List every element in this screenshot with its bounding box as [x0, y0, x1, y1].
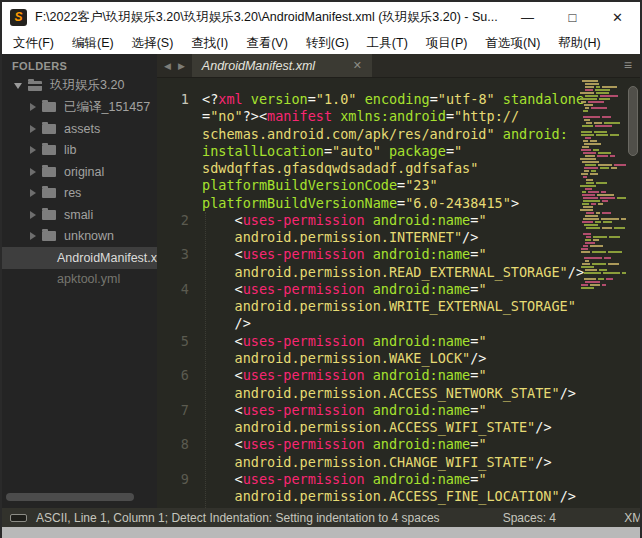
menubar: 文件(F)编辑(E)选择(S)查找(I)查看(V)转到(G)工具(T)项目(P)…	[2, 32, 640, 54]
chevron-right-icon[interactable]	[30, 211, 36, 219]
chevron-down-icon[interactable]	[14, 83, 22, 89]
sublime-text-icon[interactable]: S	[10, 9, 27, 26]
code-line-row[interactable]: <uses-permission android:name="	[202, 436, 640, 453]
code-line-row[interactable]: />	[202, 315, 640, 332]
code-line-row[interactable]: <uses-permission android:name="	[202, 471, 640, 488]
menu-item-0[interactable]: 文件(F)	[4, 35, 63, 52]
chevron-right-icon[interactable]	[30, 168, 36, 176]
sidebar-item-lib[interactable]: lib	[2, 140, 157, 162]
code-line-row[interactable]: <uses-permission android:name="	[202, 402, 640, 419]
code-line-row[interactable]: <uses-permission android:name="	[202, 367, 640, 384]
line-number	[157, 298, 189, 315]
sidebar-item-apktool.yml[interactable]: apktool.yml	[2, 269, 157, 291]
menu-item-1[interactable]: 编辑(E)	[63, 35, 123, 52]
code-line-row[interactable]: ="no"?><manifest xmlns:android="http://	[202, 108, 640, 125]
line-number	[157, 126, 189, 143]
code-line-row[interactable]: android.permission.INTERNET"/>	[202, 229, 640, 246]
chevron-right-icon[interactable]	[30, 146, 36, 154]
sidebar-item-res[interactable]: res	[2, 183, 157, 205]
code-line-row[interactable]: android.permission.ACCESS_NETWORK_STATE"…	[202, 385, 640, 402]
line-number: 2	[157, 212, 189, 229]
code-line-row[interactable]: sdwdqffas.gfasdqwdsadadf.gdfsafas"	[202, 160, 640, 177]
code-line-row[interactable]: platformBuildVersionCode="23"	[202, 177, 640, 194]
maximize-button[interactable]: □	[550, 2, 595, 32]
code-area: 123456789 <?xml version="1.0" encoding="…	[157, 78, 640, 505]
line-number	[157, 229, 189, 246]
chevron-right-icon[interactable]	[30, 125, 36, 133]
menu-item-6[interactable]: 工具(T)	[358, 35, 417, 52]
code-line-row[interactable]: <?xml version="1.0" encoding="utf-8" sta…	[202, 91, 640, 108]
status-syntax[interactable]: XML	[624, 511, 640, 525]
code-line-row[interactable]: <uses-permission android:name="	[202, 212, 640, 229]
code-line-row[interactable]: android.permission.WRITE_EXTERNAL_STORAG…	[202, 298, 640, 315]
line-number: 1	[157, 91, 189, 108]
folder-icon	[42, 145, 56, 155]
sidebar-item-label: 玖玥娱乐3.20	[50, 77, 124, 94]
code-line-row[interactable]: android.permission.CHANGE_WIFI_STATE"/>	[202, 454, 640, 471]
titlebar: S F:\2022客户\玖玥娱乐3.20\玖玥娱乐3.20\AndroidMan…	[2, 2, 640, 32]
sidebar-item-original[interactable]: original	[2, 161, 157, 183]
code-line-row[interactable]: <uses-permission android:name="	[202, 246, 640, 263]
status-indentation[interactable]: Spaces: 4	[503, 511, 556, 525]
sidebar-item-已编译_151457[interactable]: 已编译_151457	[2, 97, 157, 119]
sidebar-item-smali[interactable]: smali	[2, 204, 157, 226]
line-number	[157, 488, 189, 505]
code-line-row[interactable]: android.permission.READ_EXTERNAL_STORAGE…	[202, 264, 640, 281]
sidebar-item-assets[interactable]: assets	[2, 118, 157, 140]
sidebar-item-label: unknown	[64, 229, 114, 243]
sidebar-item-玖玥娱乐3.20[interactable]: 玖玥娱乐3.20	[2, 75, 157, 97]
folder-icon	[28, 81, 42, 91]
line-number: 8	[157, 436, 189, 453]
line-number	[157, 315, 189, 332]
menu-item-5[interactable]: 转到(G)	[297, 35, 358, 52]
tab-androidmanifest[interactable]: AndroidManifest.xml ✕	[192, 54, 372, 77]
window-controls: — □ ✕	[505, 2, 640, 32]
chevron-right-icon[interactable]	[30, 103, 36, 111]
code-line-row[interactable]: android.permission.WAKE_LOCK"/>	[202, 350, 640, 367]
sidebar-item-unknown[interactable]: unknown	[2, 226, 157, 248]
tabs-overflow-icon[interactable]: ≡	[624, 57, 632, 73]
line-number	[157, 350, 189, 367]
line-number	[157, 108, 189, 125]
minimize-button[interactable]: —	[505, 2, 550, 32]
sidebar-item-label: AndroidManifest.xml	[57, 251, 157, 265]
menu-item-9[interactable]: 帮助(H)	[549, 35, 609, 52]
line-number: 3	[157, 246, 189, 263]
line-number: 5	[157, 333, 189, 350]
code-editor[interactable]: 123456789 <?xml version="1.0" encoding="…	[157, 78, 640, 508]
minimap[interactable]	[580, 80, 626, 296]
menu-item-2[interactable]: 选择(S)	[123, 35, 183, 52]
line-number	[157, 264, 189, 281]
tab-nav: ◀ ▶	[157, 54, 192, 77]
code-line-row[interactable]: installLocation="auto" package="	[202, 143, 640, 160]
chevron-right-icon[interactable]	[30, 189, 36, 197]
sidebar-horizontal-scrollbar[interactable]	[6, 493, 134, 501]
menu-item-7[interactable]: 项目(P)	[417, 35, 477, 52]
editor-column: ◀ ▶ AndroidManifest.xml ✕ ≡ 123456789 <?…	[157, 54, 640, 508]
code-line-row[interactable]: schemas.android.com/apk/res/android" and…	[202, 126, 640, 143]
tab-close-icon[interactable]: ✕	[353, 59, 362, 72]
tab-forward-icon[interactable]: ▶	[178, 61, 185, 71]
code-line-row[interactable]: <uses-permission android:name="	[202, 281, 640, 298]
main-area: FOLDERS 玖玥娱乐3.20已编译_151457assetsliborigi…	[2, 54, 640, 508]
tab-back-icon[interactable]: ◀	[164, 61, 171, 71]
sidebar-item-label: lib	[64, 143, 77, 157]
line-number	[157, 419, 189, 436]
line-number: 6	[157, 367, 189, 384]
chevron-right-icon[interactable]	[30, 232, 36, 240]
folder-icon	[42, 124, 56, 134]
code-line-row[interactable]: <uses-permission android:name="	[202, 333, 640, 350]
sidebar-item-AndroidManifest.xml[interactable]: AndroidManifest.xml	[2, 247, 157, 269]
close-button[interactable]: ✕	[595, 2, 640, 32]
menu-item-4[interactable]: 查看(V)	[237, 35, 297, 52]
code-line-row[interactable]: android.permission.ACCESS_FINE_LOCATION"…	[202, 488, 640, 505]
editor-vertical-scrollbar[interactable]	[628, 86, 638, 156]
menu-item-3[interactable]: 查找(I)	[182, 35, 237, 52]
line-number: 7	[157, 402, 189, 419]
sidebar-item-label: original	[64, 165, 104, 179]
code-line-row[interactable]: android.permission.ACCESS_WIFI_STATE"/>	[202, 419, 640, 436]
tab-bar: ◀ ▶ AndroidManifest.xml ✕ ≡	[157, 54, 640, 78]
menu-item-8[interactable]: 首选项(N)	[477, 35, 550, 52]
sublime-text-window: S F:\2022客户\玖玥娱乐3.20\玖玥娱乐3.20\AndroidMan…	[0, 0, 642, 538]
code-line-row[interactable]: platformBuildVersionName="6.0-2438415">	[202, 195, 640, 212]
